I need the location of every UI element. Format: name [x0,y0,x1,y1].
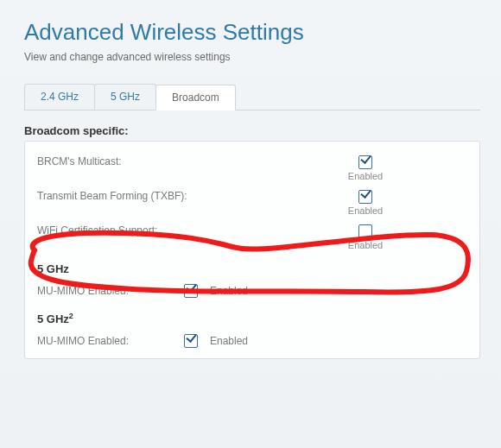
status-5ghz-mumimo: Enabled [210,285,248,297]
label-txbf: Transmit Beam Forming (TXBF): [37,190,262,202]
row-5ghz2-mumimo: MU-MIMO Enabled: Enabled [25,329,479,353]
tab-2-4ghz[interactable]: 2.4 GHz [24,84,95,110]
page-subtitle: View and change advanced wireless settin… [24,51,501,63]
tab-5ghz[interactable]: 5 GHz [94,84,156,110]
row-txbf: Transmit Beam Forming (TXBF): [25,185,479,205]
label-5ghz2-mumimo: MU-MIMO Enabled: [37,335,184,347]
tab-broadcom[interactable]: Broadcom [155,85,236,110]
subsection-5ghz: 5 GHz [25,254,479,279]
label-wifi-cert: WiFi Certification Support: [37,224,262,237]
checkbox-txbf[interactable] [358,190,372,204]
status-5ghz2-mumimo: Enabled [210,335,248,347]
section-title-broadcom: Broadcom specific: [24,124,501,137]
broadcom-panel: BRCM's Multicast: Enabled Transmit Beam … [24,141,480,359]
subsection-5ghz2-text: 5 GHz [37,312,69,325]
row-brcm-multicast: BRCM's Multicast: [25,150,479,171]
status-txbf: Enabled [262,205,469,216]
row-wifi-cert: WiFi Certification Support: [25,219,479,240]
subsection-5ghz2: 5 GHz2 [25,303,479,329]
tab-bar: 2.4 GHz 5 GHz Broadcom [24,84,480,110]
checkbox-5ghz2-mumimo[interactable] [184,334,198,348]
subsection-5ghz2-sup: 2 [69,312,73,320]
checkbox-wifi-cert[interactable] [358,224,372,238]
label-5ghz-mumimo: MU-MIMO Enabled: [37,285,184,297]
page-title: Advanced Wireless Settings [24,19,501,46]
row-5ghz-mumimo: MU-MIMO Enabled: Enabled [25,279,479,303]
checkbox-5ghz-mumimo[interactable] [184,284,198,298]
checkbox-brcm-multicast[interactable] [358,155,372,169]
status-brcm-multicast: Enabled [262,171,469,181]
label-brcm-multicast: BRCM's Multicast: [37,155,262,167]
status-wifi-cert: Enabled [262,240,469,250]
